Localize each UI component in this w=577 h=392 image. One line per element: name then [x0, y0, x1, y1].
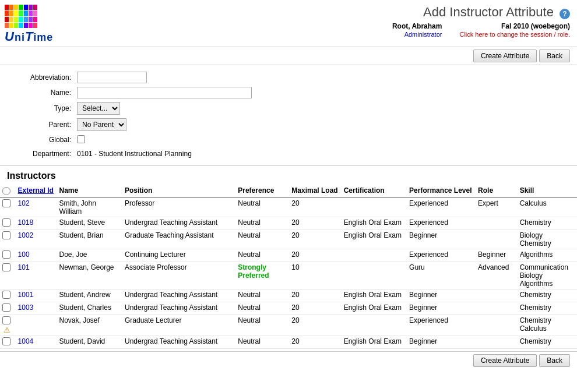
instructor-name: Smith, John William — [57, 197, 122, 217]
session-change[interactable]: Click here to change the session / role. — [459, 31, 570, 38]
external-id-link[interactable]: 1003 — [18, 303, 34, 312]
row-checkbox[interactable] — [2, 263, 10, 271]
table-header-row: External Id Name Position Preference Max… — [0, 185, 577, 197]
skill-item: Biology — [520, 271, 575, 280]
create-attribute-button-top[interactable]: Create Attribute — [473, 50, 537, 62]
row-checkbox[interactable] — [2, 199, 10, 207]
department-value: 0101 - Student Instructional Planning — [77, 150, 192, 158]
instructor-certification — [342, 249, 407, 262]
table-row: 1001Student, AndrewUndergrad Teaching As… — [0, 289, 577, 302]
performance-header: Performance Level — [407, 185, 476, 197]
instructor-role: Advanced — [476, 262, 518, 289]
preference-header: Preference — [235, 185, 289, 197]
instructor-preference: Neutral — [235, 315, 289, 336]
instructor-skill: Chemistry — [518, 336, 577, 348]
skill-item: Chemistry — [520, 316, 575, 324]
instructor-name: Student, Brian — [57, 229, 122, 249]
instructor-certification — [342, 315, 407, 336]
logo-grid — [5, 5, 37, 28]
select-all-circle-icon[interactable] — [2, 187, 10, 195]
logo-cell — [5, 23, 9, 28]
name-input-area — [77, 87, 252, 98]
row-checkbox[interactable] — [2, 250, 10, 259]
row-checkbox[interactable] — [2, 231, 10, 239]
row-checkbox[interactable] — [2, 316, 10, 324]
back-button-top[interactable]: Back — [539, 50, 570, 62]
department-label: Department: — [7, 150, 77, 158]
global-row: Global: — [0, 133, 577, 147]
parent-row: Parent: No Parent — [0, 116, 577, 133]
type-label: Type: — [7, 104, 77, 112]
instructor-name: Student, Andrew — [57, 289, 122, 302]
back-button-bottom[interactable]: Back — [539, 354, 570, 367]
instructor-position: Continuing Lecturer — [122, 249, 235, 262]
instructor-role — [476, 217, 518, 229]
skill-item: Algorithms — [520, 280, 575, 288]
external-id-link[interactable]: 100 — [18, 250, 30, 259]
logo-cell — [33, 5, 37, 10]
external-id-link[interactable]: 1002 — [18, 231, 34, 239]
instructors-table: External Id Name Position Preference Max… — [0, 185, 577, 349]
global-checkbox[interactable] — [77, 135, 85, 143]
external-id-link[interactable]: 101 — [18, 263, 30, 271]
abbreviation-row: Abbreviation: — [0, 70, 577, 85]
type-select-area: Select... — [77, 102, 120, 115]
instructor-certification — [342, 262, 407, 289]
instructor-preference: Neutral — [235, 249, 289, 262]
type-row: Type: Select... — [0, 100, 577, 116]
instructor-skill: Chemistry — [518, 289, 577, 302]
external-id-link[interactable]: 1004 — [18, 337, 34, 345]
external-id-link[interactable]: 102 — [18, 199, 30, 207]
logo-cell — [9, 10, 13, 16]
instructors-tbody: 102Smith, John WilliamProfessorNeutral20… — [0, 197, 577, 349]
instructor-certification — [342, 197, 407, 217]
logo-cell — [24, 17, 28, 22]
external-id-header[interactable]: External Id — [16, 185, 57, 197]
instructor-role — [476, 302, 518, 315]
help-icon[interactable]: ? — [560, 9, 570, 19]
skill-item: Calculus — [520, 324, 575, 333]
logo-cell — [9, 23, 13, 28]
select-all-header[interactable] — [0, 185, 16, 197]
session-area[interactable]: Fal 2010 (woebegon) Click here to change… — [459, 22, 570, 38]
parent-select[interactable]: No Parent — [77, 118, 126, 131]
row-checkbox[interactable] — [2, 337, 10, 345]
instructor-performance: Experienced — [407, 197, 476, 217]
instructor-name: Student, Charles — [57, 302, 122, 315]
row-checkbox[interactable] — [2, 291, 10, 299]
external-id-link[interactable]: 1001 — [18, 291, 34, 299]
external-id-link[interactable]: 1018 — [18, 218, 34, 227]
row-checkbox[interactable] — [2, 218, 10, 227]
table-row: 102Smith, John WilliamProfessorNeutral20… — [0, 197, 577, 217]
instructor-performance: Experienced — [407, 217, 476, 229]
name-input[interactable] — [77, 87, 252, 98]
skill-item: Chemistry — [520, 239, 575, 248]
row-checkbox[interactable] — [2, 303, 10, 312]
instructor-skill: ChemistryCalculus — [518, 315, 577, 336]
department-value-area: 0101 - Student Instructional Planning — [77, 150, 192, 158]
logo-cell — [33, 10, 37, 16]
abbreviation-input-area — [77, 72, 147, 83]
logo-cell — [14, 17, 18, 22]
logo-cell — [29, 10, 33, 16]
instructor-performance: Beginner — [407, 289, 476, 302]
table-row: 100Doe, JoeContinuing LecturerNeutral20E… — [0, 249, 577, 262]
logo-cell — [5, 5, 9, 10]
create-attribute-button-bottom[interactable]: Create Attribute — [473, 354, 537, 367]
maxload-header: Maximal Load — [289, 185, 341, 197]
instructor-skill: Chemistry — [518, 217, 577, 229]
instructor-skill: Calculus — [518, 197, 577, 217]
page-title: Add Instructor Attribute ? — [392, 5, 570, 20]
instructor-maxload: 10 — [289, 262, 341, 289]
instructor-name: Doe, Joe — [57, 249, 122, 262]
type-select[interactable]: Select... — [77, 102, 120, 115]
abbreviation-input[interactable] — [77, 72, 147, 83]
abbreviation-label: Abbreviation: — [7, 73, 77, 82]
logo-cell — [9, 17, 13, 22]
instructor-maxload: 20 — [289, 336, 341, 348]
logo-cell — [24, 10, 28, 16]
logo-cell — [33, 17, 37, 22]
instructor-certification: English Oral Exam — [342, 289, 407, 302]
logo-cell — [29, 23, 33, 28]
instructor-role: Expert — [476, 197, 518, 217]
